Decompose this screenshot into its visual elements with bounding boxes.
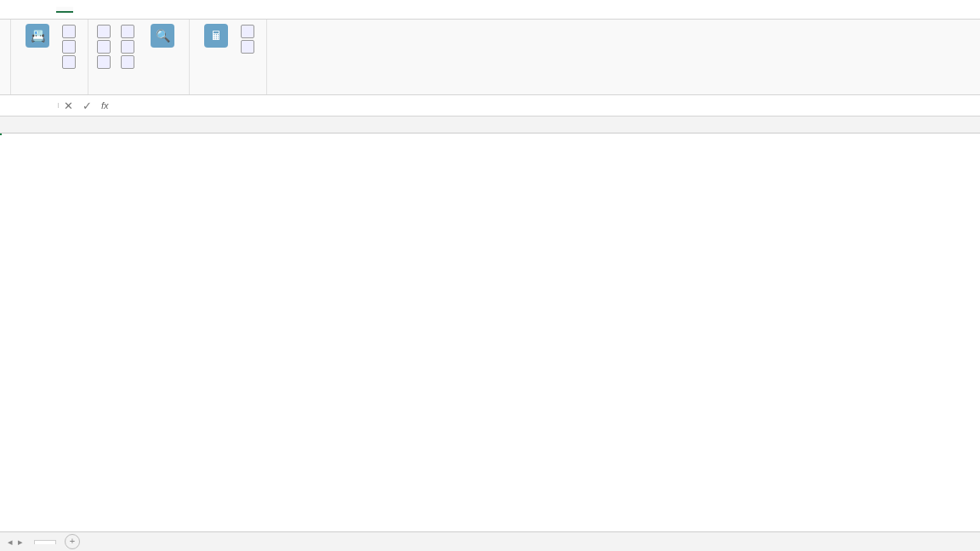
define-name[interactable] (59, 24, 83, 39)
calculate-now[interactable] (237, 24, 261, 39)
name-manager-button[interactable]: 📇 (16, 22, 59, 51)
trace-dependents[interactable] (94, 39, 117, 54)
group-defined-names: 📇 (11, 20, 88, 94)
sheet-nav[interactable]: ◂▸ (0, 537, 31, 548)
tab-addins[interactable] (124, 8, 141, 12)
ribbon-tabs (0, 0, 980, 20)
group-caption (195, 91, 261, 94)
fx-icon[interactable]: fx (96, 100, 114, 111)
watch-window-button[interactable]: 🔍 (141, 22, 184, 51)
tab-home[interactable] (5, 8, 22, 12)
tab-abbyy[interactable] (141, 8, 158, 12)
tab-formulas[interactable] (56, 7, 73, 13)
error-checking[interactable] (117, 39, 141, 54)
calc-options-button[interactable]: 🖩 (195, 22, 237, 51)
group-calculation: 🖩 (190, 20, 267, 94)
tab-view[interactable] (107, 8, 124, 12)
sheet-tab-bar: ◂▸ + (0, 531, 980, 551)
group-caption (16, 91, 83, 94)
name-box[interactable] (0, 103, 59, 108)
sheet-tab[interactable] (34, 540, 56, 544)
use-in-formula[interactable] (59, 39, 83, 54)
show-formulas[interactable] (117, 24, 141, 39)
calculate-sheet[interactable] (237, 39, 261, 54)
create-from-selection[interactable] (59, 54, 83, 70)
ribbon: 📇 🔍 (0, 20, 980, 95)
cancel-formula-icon[interactable]: ✕ (59, 99, 77, 112)
group-function-library (0, 20, 11, 94)
tab-review[interactable] (90, 8, 107, 12)
tab-pagelayout[interactable] (39, 8, 56, 12)
formula-bar: ✕ ✓ fx (0, 95, 980, 116)
selection-marquee (0, 133, 2, 135)
tab-data[interactable] (73, 8, 90, 12)
spreadsheet-grid (0, 116, 980, 133)
add-sheet-button[interactable]: + (65, 534, 80, 549)
group-caption (94, 91, 184, 94)
tab-insert[interactable] (22, 8, 39, 12)
formula-input[interactable] (114, 99, 980, 111)
evaluate-formula[interactable] (117, 54, 141, 70)
trace-precedents[interactable] (94, 24, 117, 39)
group-formula-auditing: 🔍 (88, 20, 190, 94)
enter-formula-icon[interactable]: ✓ (77, 99, 96, 112)
remove-arrows[interactable] (94, 54, 117, 70)
